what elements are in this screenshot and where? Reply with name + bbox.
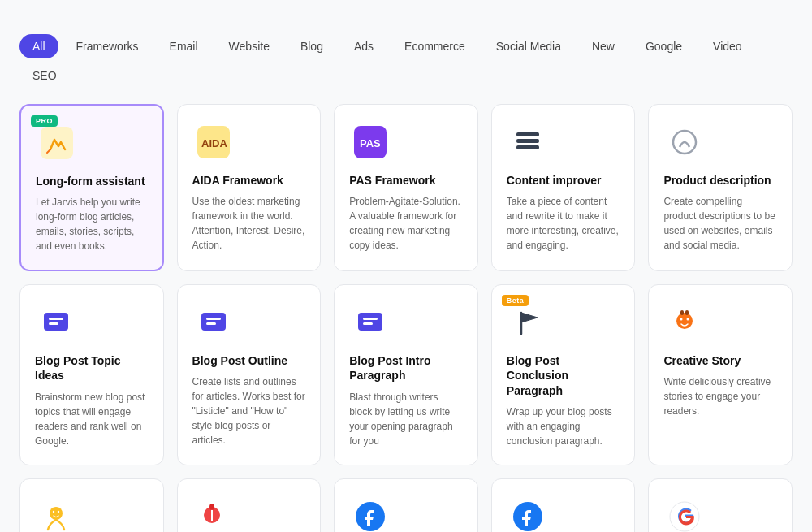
filter-btn-google[interactable]: Google xyxy=(633,34,695,58)
card-icon-pas: PAS xyxy=(349,121,391,163)
filter-btn-video[interactable]: Video xyxy=(700,34,755,58)
card-creative-story[interactable]: Creative Story Write deliciously creativ… xyxy=(648,284,793,465)
card-icon-blog-conclusion xyxy=(507,301,549,344)
card-title-creative-story: Creative Story xyxy=(663,353,777,368)
svg-rect-11 xyxy=(49,322,58,325)
card-explain-child[interactable]: Explain It To a Child Rephrase text to m… xyxy=(19,478,164,532)
card-title-blog-conclusion: Blog Post Conclusion Paragraph xyxy=(507,353,620,398)
svg-rect-7 xyxy=(516,145,539,149)
card-blog-conclusion[interactable]: Beta Blog Post Conclusion Paragraph Wrap… xyxy=(491,284,636,465)
card-title-blog-outline: Blog Post Outline xyxy=(192,353,306,368)
svg-rect-10 xyxy=(49,318,63,320)
filter-btn-ecommerce[interactable]: Ecommerce xyxy=(391,34,478,58)
filter-btn-email[interactable]: Email xyxy=(157,34,211,58)
svg-point-24 xyxy=(53,511,54,513)
svg-point-20 xyxy=(687,318,689,321)
card-aida[interactable]: AIDA AIDA Framework Use the oldest marke… xyxy=(177,104,322,271)
svg-rect-12 xyxy=(201,313,226,331)
card-icon-fb-primary xyxy=(507,495,549,532)
svg-rect-15 xyxy=(358,313,382,331)
card-pas[interactable]: PAS PAS Framework Problem-Agitate-Soluti… xyxy=(334,104,478,271)
svg-rect-16 xyxy=(363,318,378,320)
card-content-improver[interactable]: Content improver Take a piece of content… xyxy=(491,104,636,271)
card-icon-explain-child xyxy=(35,495,77,532)
card-title-content-improver: Content improver xyxy=(507,173,620,188)
card-sentence-expander[interactable]: Sentence Expander Expand a short sentenc… xyxy=(177,478,322,532)
card-fb-headline[interactable]: Facebook ad headline Generate scroll-sto… xyxy=(334,478,478,532)
card-blog-topic[interactable]: Blog Post Topic Ideas Brainstorm new blo… xyxy=(19,284,164,465)
card-title-product-desc: Product description xyxy=(663,173,777,188)
card-google-ads[interactable]: Google ads headline Create high converti… xyxy=(648,478,793,532)
filter-btn-seo[interactable]: SEO xyxy=(19,63,70,88)
card-icon-blog-intro xyxy=(349,301,391,344)
card-icon-content-improver xyxy=(507,121,549,163)
card-icon-blog-topic xyxy=(35,301,77,344)
card-icon-sentence-expander xyxy=(192,495,235,532)
svg-rect-22 xyxy=(685,310,689,315)
svg-text:AIDA: AIDA xyxy=(201,137,227,149)
card-icon-aida: AIDA xyxy=(192,121,235,163)
svg-rect-27 xyxy=(211,508,213,521)
card-desc-creative-story: Write deliciously creative stories to en… xyxy=(663,374,777,418)
filter-btn-social-media[interactable]: Social Media xyxy=(483,34,574,58)
card-product-desc[interactable]: Product description Create compelling pr… xyxy=(648,104,793,271)
svg-point-28 xyxy=(209,504,214,510)
card-desc-aida: Use the oldest marketing framework in th… xyxy=(192,194,306,253)
cards-grid: PRO Long-form assistant Let Jarvis help … xyxy=(19,104,793,532)
card-title-aida: AIDA Framework xyxy=(192,173,306,188)
badge-pro: PRO xyxy=(31,115,58,127)
svg-point-18 xyxy=(676,313,693,329)
svg-rect-6 xyxy=(516,139,539,143)
svg-point-25 xyxy=(58,511,59,513)
card-icon-longform xyxy=(36,122,78,164)
svg-rect-5 xyxy=(516,132,539,136)
filter-btn-website[interactable]: Website xyxy=(216,34,283,58)
card-desc-blog-conclusion: Wrap up your blog posts with an engaging… xyxy=(507,404,620,448)
card-fb-primary[interactable]: Facebook ad primary text xyxy=(491,478,636,532)
svg-point-23 xyxy=(50,507,63,520)
card-blog-intro[interactable]: Blog Post Intro Paragraph Blast through … xyxy=(334,284,478,465)
card-title-longform: Long-form assistant xyxy=(36,174,148,188)
card-icon-product-desc xyxy=(663,121,706,163)
card-title-pas: PAS Framework xyxy=(349,173,463,188)
card-title-blog-intro: Blog Post Intro Paragraph xyxy=(349,353,463,383)
card-desc-blog-outline: Create lists and outlines for articles. … xyxy=(192,374,306,448)
filter-btn-all[interactable]: All xyxy=(19,34,58,58)
filter-btn-new[interactable]: New xyxy=(579,34,628,58)
card-icon-blog-outline xyxy=(192,301,235,344)
card-desc-pas: Problem-Agitate-Solution. A valuable fra… xyxy=(349,194,463,253)
card-icon-google-ads xyxy=(663,495,706,532)
svg-rect-14 xyxy=(206,322,216,325)
card-longform[interactable]: PRO Long-form assistant Let Jarvis help … xyxy=(19,104,164,271)
badge-beta: Beta xyxy=(502,295,529,306)
filter-btn-blog[interactable]: Blog xyxy=(287,34,336,58)
svg-text:PAS: PAS xyxy=(360,137,381,149)
card-desc-blog-intro: Blast through writers block by letting u… xyxy=(349,390,463,448)
svg-rect-21 xyxy=(680,310,684,315)
svg-rect-17 xyxy=(363,322,373,325)
card-title-blog-topic: Blog Post Topic Ideas xyxy=(35,353,149,383)
card-desc-longform: Let Jarvis help you write long-form blog… xyxy=(36,195,148,253)
filter-btn-ads[interactable]: Ads xyxy=(341,34,387,58)
card-blog-outline[interactable]: Blog Post Outline Create lists and outli… xyxy=(177,284,322,465)
card-icon-fb-headline xyxy=(349,495,391,532)
svg-point-19 xyxy=(680,318,683,321)
card-desc-product-desc: Create compelling product descriptions t… xyxy=(663,194,777,253)
card-desc-blog-topic: Brainstorm new blog post topics that wil… xyxy=(35,390,149,448)
svg-rect-9 xyxy=(44,313,68,331)
card-icon-creative-story xyxy=(663,301,706,344)
filter-btn-frameworks[interactable]: Frameworks xyxy=(63,34,152,58)
filter-bar: AllFrameworksEmailWebsiteBlogAdsEcommerc… xyxy=(19,34,793,88)
card-desc-content-improver: Take a piece of content and rewrite it t… xyxy=(507,194,620,253)
svg-rect-13 xyxy=(206,318,221,320)
